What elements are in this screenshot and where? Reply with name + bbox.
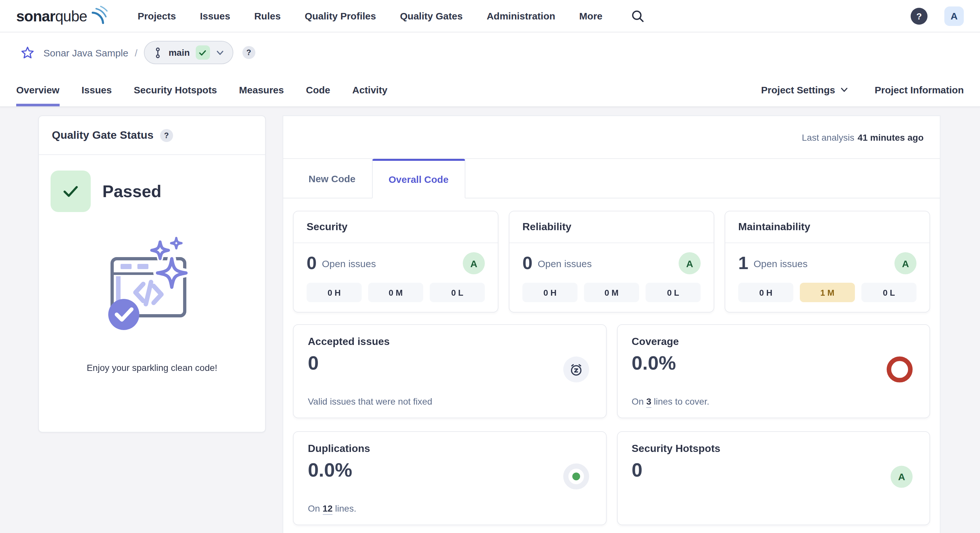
maintainability-rating-badge: A <box>894 252 916 274</box>
security-header: Security <box>294 211 498 243</box>
sonarqube-app: sonarqube Projects Issues Rules Quality … <box>0 0 980 533</box>
breadcrumb-separator: / <box>135 47 137 58</box>
clean-code-message: Enjoy your sparkling clean code! <box>39 362 265 373</box>
overall-code-content: Security 0 Open issues A 0 H 0 M <box>283 198 940 533</box>
security-hotspots-title: Security Hotspots <box>632 443 915 455</box>
nav-issues[interactable]: Issues <box>200 10 230 21</box>
severity-pill-low[interactable]: 0 L <box>430 283 485 302</box>
security-hotspots-rating-badge: A <box>891 466 913 488</box>
severity-pill-medium[interactable]: 1 M <box>800 283 855 302</box>
duplications-dot <box>572 472 580 480</box>
nav-rules[interactable]: Rules <box>254 10 281 21</box>
nav-more[interactable]: More <box>579 10 603 21</box>
accepted-issues-title: Accepted issues <box>308 336 592 348</box>
severity-pill-high[interactable]: 0 H <box>522 283 578 302</box>
tab-measures[interactable]: Measures <box>239 73 284 106</box>
reliability-severity-pills: 0 H 0 M 0 L <box>522 283 701 302</box>
logo-waves-icon <box>89 5 108 26</box>
branch-status-passed-icon <box>196 45 210 60</box>
tab-security-hotspots[interactable]: Security Hotspots <box>134 73 217 106</box>
measures-panel: Last analysis 41 minutes ago New Code Ov… <box>283 115 940 533</box>
avatar[interactable]: A <box>944 6 964 26</box>
coverage-caption: On 3 lines to cover. <box>632 396 915 407</box>
tab-code[interactable]: Code <box>306 73 330 106</box>
duplications-title: Duplications <box>308 443 592 455</box>
project-settings-menu[interactable]: Project Settings <box>761 84 849 95</box>
search-icon[interactable] <box>630 9 644 23</box>
quality-gate-status: Passed <box>39 155 265 212</box>
security-title: Security <box>307 221 347 232</box>
branch-help-icon[interactable]: ? <box>242 46 255 59</box>
overview-content: Quality Gate Status ? Passed <box>0 107 980 533</box>
chevron-down-icon <box>840 85 849 94</box>
nav-administration[interactable]: Administration <box>487 10 555 21</box>
code-scope-tabs: New Code Overall Code <box>283 159 940 198</box>
clean-code-illustration <box>103 237 201 335</box>
favorite-star-icon[interactable] <box>21 46 34 59</box>
project-information-button[interactable]: Project Information <box>875 84 964 95</box>
security-open-issues-count[interactable]: 0 <box>307 252 317 274</box>
severity-pill-low[interactable]: 0 L <box>646 283 701 302</box>
sonarqube-logo[interactable]: sonarqube <box>16 6 108 26</box>
coverage-lines-count[interactable]: 3 <box>646 396 651 408</box>
branch-name: main <box>169 47 189 58</box>
coverage-card: Coverage 0.0% On 3 lines to cover. <box>617 324 930 418</box>
logo-text: sonarqube <box>16 6 87 26</box>
coverage-title: Coverage <box>632 336 915 348</box>
logo-qube: qube <box>55 8 87 24</box>
project-tabs-bar: Overview Issues Security Hotspots Measur… <box>0 73 980 107</box>
project-name-link[interactable]: Sonar Java Sample <box>43 47 128 58</box>
reliability-title: Reliability <box>522 221 571 232</box>
branch-selector[interactable]: main <box>144 41 233 64</box>
help-icon[interactable]: ? <box>911 8 928 24</box>
maintainability-header: Maintainability <box>725 211 929 243</box>
nav-quality-profiles[interactable]: Quality Profiles <box>305 10 376 21</box>
accepted-issues-count[interactable]: 0 <box>308 352 592 374</box>
quality-gate-help-icon[interactable]: ? <box>160 129 173 142</box>
tab-new-code[interactable]: New Code <box>292 159 372 198</box>
reliability-header: Reliability <box>509 211 714 243</box>
logo-sonar: sonar <box>16 8 55 24</box>
tab-activity[interactable]: Activity <box>352 73 387 106</box>
reliability-open-issues-count[interactable]: 0 <box>522 252 533 274</box>
severity-pill-medium[interactable]: 0 M <box>584 283 639 302</box>
project-actions: Project Settings Project Information <box>761 73 964 106</box>
coverage-ring-icon <box>887 356 913 382</box>
tab-overview[interactable]: Overview <box>16 73 59 106</box>
severity-pill-medium[interactable]: 0 M <box>368 283 423 302</box>
ratings-row: Security 0 Open issues A 0 H 0 M <box>293 211 930 313</box>
security-card: Security 0 Open issues A 0 H 0 M <box>293 211 498 313</box>
top-navbar: sonarqube Projects Issues Rules Quality … <box>0 0 980 32</box>
quality-gate-title: Quality Gate Status <box>52 129 154 142</box>
last-analysis-label: Last analysis <box>802 132 854 142</box>
main-nav: Projects Issues Rules Quality Profiles Q… <box>138 9 644 23</box>
security-body: 0 Open issues A 0 H 0 M 0 L <box>294 243 498 302</box>
nav-projects[interactable]: Projects <box>138 10 176 21</box>
accepted-issues-caption: Valid issues that were not fixed <box>308 396 592 407</box>
nav-quality-gates[interactable]: Quality Gates <box>400 10 463 21</box>
chevron-down-icon <box>216 48 224 57</box>
maintainability-severity-pills: 0 H 1 M 0 L <box>738 283 916 302</box>
reliability-open-issues-label: Open issues <box>538 258 592 269</box>
coverage-caption-prefix: On <box>632 396 646 407</box>
security-open-issues-label: Open issues <box>322 258 376 269</box>
maintainability-open-issues-count[interactable]: 1 <box>738 252 748 274</box>
duplications-value[interactable]: 0.0% <box>308 459 592 481</box>
security-hotspots-count[interactable]: 0 <box>632 459 915 481</box>
project-tabs: Overview Issues Security Hotspots Measur… <box>16 73 387 106</box>
project-information-label: Project Information <box>875 84 964 95</box>
reliability-rating-badge: A <box>679 252 701 274</box>
duplications-lines-count[interactable]: 12 <box>323 503 332 515</box>
severity-pill-high[interactable]: 0 H <box>307 283 362 302</box>
coverage-caption-suffix: lines to cover. <box>651 396 710 407</box>
duplications-hotspots-row: Duplications 0.0% On 12 lines. Security … <box>293 431 930 525</box>
tab-overall-code[interactable]: Overall Code <box>372 159 465 198</box>
tab-issues[interactable]: Issues <box>81 73 111 106</box>
quality-gate-header: Quality Gate Status ? <box>39 116 265 155</box>
coverage-value[interactable]: 0.0% <box>632 352 915 374</box>
quality-gate-card: Quality Gate Status ? Passed <box>38 115 266 432</box>
severity-pill-high[interactable]: 0 H <box>738 283 793 302</box>
severity-pill-low[interactable]: 0 L <box>861 283 916 302</box>
maintainability-card: Maintainability 1 Open issues A 0 H 1 M <box>725 211 930 313</box>
reliability-card: Reliability 0 Open issues A 0 H 0 M <box>509 211 714 313</box>
